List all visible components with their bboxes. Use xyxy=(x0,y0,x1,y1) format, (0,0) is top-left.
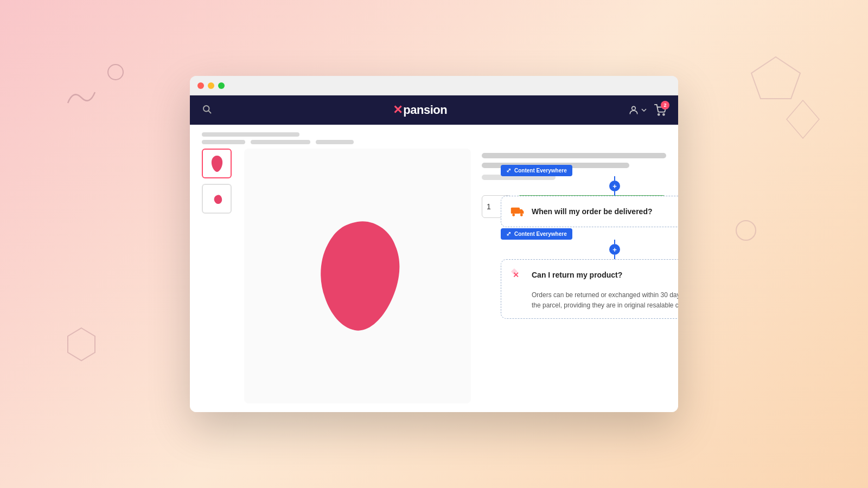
breadcrumb-area xyxy=(190,125,678,149)
svg-point-3 xyxy=(736,221,756,240)
svg-point-8 xyxy=(658,114,660,115)
svg-point-7 xyxy=(632,106,636,110)
plus-connector-1: + xyxy=(609,176,620,196)
content-everywhere-badge-2: ⤢ Content Everywhere xyxy=(501,228,572,240)
accordion-returns: ✕ Can I return my product? ⌄ Orders can … xyxy=(501,259,678,319)
accordion-delivery-left: When will my order be delivered? xyxy=(510,204,653,219)
accordion-returns-title: Can I return my product? xyxy=(532,271,622,279)
breadcrumb-tab xyxy=(202,140,245,144)
product-thumbnails xyxy=(202,149,233,403)
product-main-image xyxy=(244,149,471,403)
svg-marker-1 xyxy=(68,328,95,361)
accordion-delivery-title: When will my order be delivered? xyxy=(532,207,653,216)
traffic-light-yellow[interactable] xyxy=(208,82,214,89)
connector-line-bottom-2 xyxy=(614,255,615,259)
badge-label-1: Content Everywhere xyxy=(514,168,567,174)
svg-rect-10 xyxy=(511,208,520,214)
svg-point-0 xyxy=(108,65,123,80)
expand-icon: ⤢ xyxy=(506,167,511,174)
product-area: 1 ▲ ▼ Add to cart ⤢ Content Every xyxy=(190,149,678,412)
browser-window: ✕pansion 2 xyxy=(190,76,678,412)
thumbnail-2[interactable] xyxy=(202,184,232,214)
title-bar xyxy=(190,76,678,95)
expand-icon-2: ⤢ xyxy=(506,230,511,237)
logo-text: pansion xyxy=(403,103,447,117)
connector-line-bottom-1 xyxy=(614,191,615,196)
svg-marker-4 xyxy=(787,100,819,138)
breadcrumb-tab xyxy=(316,140,354,144)
delivery-icon xyxy=(510,204,525,219)
accordion-delivery: When will my order be delivered? ⌄ xyxy=(501,196,678,227)
traffic-light-red[interactable] xyxy=(197,82,204,89)
product-details: 1 ▲ ▼ Add to cart ⤢ Content Every xyxy=(482,149,666,403)
account-button[interactable] xyxy=(628,105,647,115)
svg-line-6 xyxy=(208,111,210,113)
page-content: 1 ▲ ▼ Add to cart ⤢ Content Every xyxy=(190,125,678,412)
product-title-placeholder xyxy=(482,153,666,158)
search-icon[interactable] xyxy=(202,104,212,117)
accordion-returns-body: Orders can be returned or exchanged with… xyxy=(501,290,678,318)
quantity-value: 1 xyxy=(487,202,491,211)
accordion-delivery-header[interactable]: When will my order be delivered? ⌄ xyxy=(501,196,678,227)
plus-button-1[interactable]: + xyxy=(609,181,620,191)
breadcrumb-line xyxy=(202,132,299,137)
svg-point-12 xyxy=(520,214,523,216)
faq-overlay: ⤢ Content Everywhere + xyxy=(501,165,678,320)
plus-button-2[interactable]: + xyxy=(609,244,620,255)
svg-point-9 xyxy=(663,114,665,115)
product-blob xyxy=(303,211,412,341)
badge-label-2: Content Everywhere xyxy=(514,231,567,237)
logo-x: ✕ xyxy=(393,103,403,117)
cart-button[interactable]: 2 xyxy=(654,104,666,116)
cart-badge: 2 xyxy=(661,101,669,110)
nav-bar: ✕pansion 2 xyxy=(190,95,678,125)
breadcrumb-tabs xyxy=(202,140,666,144)
accordion-returns-header[interactable]: ✕ Can I return my product? ⌄ xyxy=(501,260,678,290)
faq-delivery-section: ⤢ Content Everywhere + xyxy=(501,165,678,227)
returns-icon: ✕ xyxy=(510,267,525,282)
svg-point-11 xyxy=(512,214,515,216)
svg-marker-2 xyxy=(751,57,800,99)
nav-icons: 2 xyxy=(628,104,666,116)
connector-line-top-2 xyxy=(614,240,615,244)
accordion-returns-left: ✕ Can I return my product? xyxy=(510,267,622,282)
svg-text:✕: ✕ xyxy=(513,271,519,279)
thumbnail-1[interactable] xyxy=(202,149,232,178)
site-logo: ✕pansion xyxy=(393,103,447,117)
faq-returns-section: ⤢ Content Everywhere + xyxy=(501,228,678,319)
plus-connector-2: + xyxy=(609,240,620,259)
traffic-light-green[interactable] xyxy=(218,82,225,89)
breadcrumb-tab xyxy=(251,140,310,144)
content-everywhere-badge-1: ⤢ Content Everywhere xyxy=(501,165,572,176)
connector-line-top-1 xyxy=(614,176,615,181)
